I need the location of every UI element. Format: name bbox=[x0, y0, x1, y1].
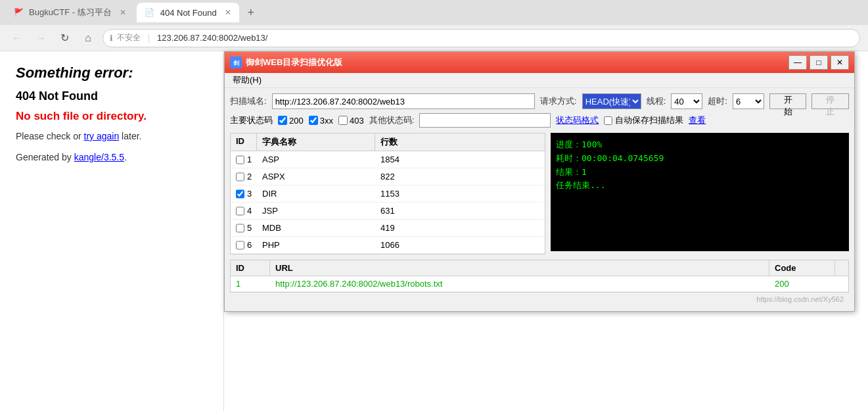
log-line-1: 进度：100% bbox=[556, 138, 844, 152]
back-button[interactable]: ← bbox=[8, 29, 26, 47]
tool-title-icon: 剑 bbox=[230, 57, 242, 68]
dict-checkbox-1[interactable] bbox=[236, 155, 244, 164]
dict-cell-id-2: 2 bbox=[231, 170, 257, 183]
log-line-4: 任务结束... bbox=[556, 179, 844, 193]
status-format-link[interactable]: 状态码格式 bbox=[556, 114, 599, 126]
checkbox-200-label[interactable]: 200 bbox=[278, 116, 304, 126]
app-icon-svg: 剑 bbox=[231, 58, 240, 67]
help-menu[interactable]: 帮助(H) bbox=[230, 74, 264, 86]
dict-cell-name-5: MDB bbox=[257, 222, 375, 234]
dict-cell-id-6: 6 bbox=[231, 239, 257, 251]
forward-button[interactable]: → bbox=[32, 29, 50, 47]
checkbox-3xx-label[interactable]: 3xx bbox=[309, 116, 333, 126]
request-method-select[interactable]: HEAD(快速) GET bbox=[582, 93, 641, 109]
results-cell-code-1: 200 bbox=[769, 276, 835, 291]
dict-row: 6 PHP 1066 bbox=[231, 237, 545, 254]
dict-checkbox-2[interactable] bbox=[236, 172, 244, 181]
results-header-id: ID bbox=[231, 260, 270, 276]
address-url: 123.206.87.240:8002/web13/ bbox=[157, 33, 267, 43]
tool-body: 扫描域名: http://123.206.87.240:8002/web13 请… bbox=[225, 88, 854, 311]
error-panel: Something error: 404 Not Found No such f… bbox=[0, 51, 223, 411]
checkbox-403[interactable] bbox=[338, 116, 348, 125]
404-tab-label: 404 Not Found bbox=[160, 8, 217, 18]
maximize-button[interactable]: □ bbox=[810, 55, 828, 70]
generated-label: Generated by bbox=[16, 152, 72, 162]
main-content: ID 字典名称 行数 1 ASP 185 bbox=[230, 133, 849, 254]
dictionary-panel: ID 字典名称 行数 1 ASP 185 bbox=[230, 133, 545, 254]
results-header: ID URL Code bbox=[231, 260, 848, 276]
bugku-tab-close[interactable]: ✕ bbox=[120, 8, 126, 17]
dict-cell-id-1: 1 bbox=[231, 153, 257, 166]
thread-select[interactable]: 40 20 60 bbox=[671, 93, 702, 109]
dict-header: ID 字典名称 行数 bbox=[231, 133, 545, 151]
dict-row: 5 MDB 419 bbox=[231, 220, 545, 237]
request-method-label: 请求方式: bbox=[540, 95, 577, 107]
error-404-text: 404 Not Found bbox=[16, 89, 208, 103]
something-error-text: Something error: bbox=[16, 64, 208, 82]
404-tab-icon: 📄 bbox=[145, 7, 155, 18]
dict-cell-id-5: 5 bbox=[231, 222, 257, 234]
dict-cell-name-3: DIR bbox=[257, 187, 375, 200]
minimize-button[interactable]: — bbox=[788, 55, 807, 70]
tab-404[interactable]: 📄 404 Not Found ✕ bbox=[137, 3, 239, 22]
scan-form-row: 扫描域名: http://123.206.87.240:8002/web13 请… bbox=[230, 93, 849, 109]
later-label: later. bbox=[122, 131, 141, 141]
home-button[interactable]: ⌂ bbox=[79, 29, 97, 47]
dict-checkbox-6[interactable] bbox=[236, 241, 244, 250]
other-status-input[interactable] bbox=[419, 113, 551, 128]
auto-save-label[interactable]: 自动保存扫描结果 bbox=[604, 114, 683, 126]
dict-checkbox-4[interactable] bbox=[236, 206, 244, 216]
try-again-link[interactable]: try again bbox=[84, 131, 120, 141]
tab-bugku[interactable]: 🚩 BugkuCTF - 练习平台 ✕ bbox=[5, 3, 134, 22]
timeout-label: 超时: bbox=[708, 95, 727, 107]
new-tab-button[interactable]: + bbox=[242, 3, 260, 22]
dict-row: 1 ASP 1854 bbox=[231, 151, 545, 168]
tab-bar: 🚩 BugkuCTF - 练习平台 ✕ 📄 404 Not Found ✕ + bbox=[0, 0, 868, 25]
tool-area: 剑 御剑WEB目录扫描优化版 — □ ✕ 帮助(H) bbox=[224, 51, 868, 411]
tool-menubar: 帮助(H) bbox=[225, 73, 854, 88]
results-row-1: 1 http://123.206.87.240:8002/web13/robot… bbox=[231, 276, 848, 292]
view-link[interactable]: 查看 bbox=[689, 114, 706, 126]
log-line-3: 结果：1 bbox=[556, 166, 844, 180]
timeout-select[interactable]: 6 3 10 bbox=[733, 93, 764, 109]
results-header-code: Code bbox=[769, 260, 835, 276]
log-panel: 进度：100% 耗时：00:00:04.0745659 结果：1 任务结束... bbox=[551, 133, 849, 251]
scan-url-input[interactable]: http://123.206.87.240:8002/web13 bbox=[272, 93, 535, 109]
address-bar-row: ← → ↻ ⌂ ℹ 不安全 ｜ 123.206.87.240:8002/web1… bbox=[0, 25, 868, 51]
tool-title-left: 剑 御剑WEB目录扫描优化版 bbox=[230, 57, 342, 68]
dict-cell-name-2: ASPX bbox=[257, 170, 375, 183]
auto-save-checkbox[interactable] bbox=[604, 116, 612, 125]
dict-cell-name-4: JSP bbox=[257, 205, 375, 217]
bugku-tab-icon: 🚩 bbox=[13, 7, 24, 18]
thread-label: 线程: bbox=[647, 95, 666, 107]
dict-checkbox-5[interactable] bbox=[236, 224, 244, 233]
dict-cell-rows-3: 1153 bbox=[375, 187, 428, 200]
close-button[interactable]: ✕ bbox=[831, 55, 849, 70]
dict-header-id: ID bbox=[231, 133, 257, 151]
watermark: https://blog.csdn.net/Xy562 bbox=[230, 293, 849, 306]
dict-cell-rows-1: 1854 bbox=[375, 153, 428, 166]
dict-cell-rows-5: 419 bbox=[375, 222, 428, 234]
period: . bbox=[124, 152, 127, 162]
checkbox-3xx[interactable] bbox=[309, 116, 318, 125]
address-box[interactable]: ℹ 不安全 ｜ 123.206.87.240:8002/web13/ bbox=[103, 29, 860, 47]
dict-cell-rows-4: 631 bbox=[375, 205, 428, 217]
no-such-file-text: No such file or directory. bbox=[16, 110, 208, 123]
start-button[interactable]: 开始 bbox=[769, 93, 807, 109]
svg-text:剑: 剑 bbox=[233, 60, 239, 66]
tool-titlebar: 剑 御剑WEB目录扫描优化版 — □ ✕ bbox=[225, 52, 854, 73]
kangle-link[interactable]: kangle/3.5.5 bbox=[74, 152, 124, 162]
refresh-button[interactable]: ↻ bbox=[55, 29, 74, 47]
checkbox-403-label[interactable]: 403 bbox=[338, 116, 364, 126]
results-header-url: URL bbox=[270, 260, 769, 276]
security-label: 不安全 bbox=[117, 32, 141, 43]
dict-cell-id-3: 3 bbox=[231, 187, 257, 200]
stop-button[interactable]: 停止 bbox=[811, 93, 849, 109]
404-tab-close[interactable]: ✕ bbox=[225, 8, 231, 17]
dict-header-name: 字典名称 bbox=[257, 133, 375, 151]
dict-checkbox-3[interactable] bbox=[236, 189, 244, 199]
checkbox-200[interactable] bbox=[278, 116, 287, 125]
dict-cell-name-1: ASP bbox=[257, 153, 375, 166]
generated-by-text: Generated by kangle/3.5.5. bbox=[16, 152, 208, 162]
please-check-text: Please check or try again later. bbox=[16, 131, 208, 141]
